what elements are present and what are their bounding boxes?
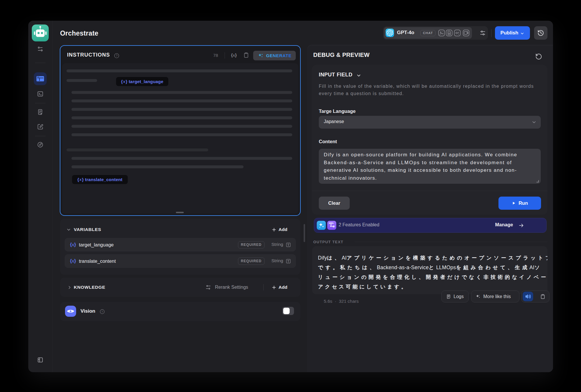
svg-text:?: ? [116, 54, 118, 57]
svg-text:?: ? [102, 310, 103, 313]
